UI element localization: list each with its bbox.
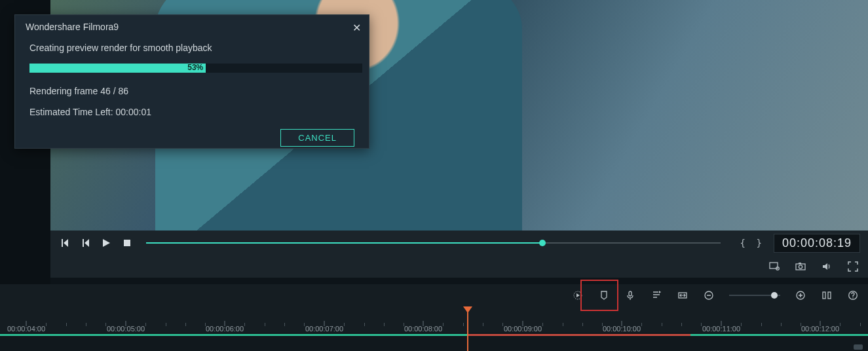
help-icon[interactable] (847, 289, 859, 301)
timeline-tracks[interactable] (0, 333, 868, 351)
eta-label: Estimated Time Left: 00:00:01 (29, 107, 354, 117)
zoom-slider-thumb[interactable] (771, 292, 778, 299)
close-icon[interactable]: ✕ (352, 22, 361, 34)
render-progress-label: 53% (187, 63, 203, 72)
svg-rect-0 (124, 240, 130, 246)
render-segment (0, 334, 468, 336)
play-button[interactable] (100, 237, 112, 249)
marker-braces[interactable]: { } (740, 238, 764, 248)
dialog-message: Creating preview render for smooth playb… (29, 43, 354, 53)
ruler-tick: 00:00:10:00 (603, 325, 641, 333)
playback-progress-fill (146, 242, 542, 244)
playback-bar: { } 00:00:08:19 (50, 231, 868, 255)
next-frame-button[interactable] (79, 237, 91, 249)
render-segment (468, 334, 690, 336)
ruler-tick: 00:00:04:00 (7, 325, 45, 333)
zoom-slider[interactable] (729, 295, 780, 296)
prev-frame-button[interactable] (58, 237, 70, 249)
marker-icon[interactable] (598, 289, 610, 301)
render-preview-button[interactable] (572, 289, 584, 301)
svg-point-4 (799, 265, 802, 268)
ruler-tick: 00:00:12:00 (801, 325, 839, 333)
timeline-ruler[interactable]: 00:00:04:0000:00:05:0000:00:06:0000:00:0… (0, 306, 868, 333)
render-progress-dialog: Wondershare Filmora9 ✕ Creating preview … (14, 14, 369, 149)
frame-status: Rendering frame 46 / 86 (29, 86, 354, 96)
ruler-tick: 00:00:09:00 (504, 325, 542, 333)
timecode-display: 00:00:08:19 (774, 234, 860, 253)
dialog-title: Wondershare Filmora9 (15, 15, 369, 37)
voiceover-icon[interactable] (624, 289, 636, 301)
preview-utility-bar (50, 255, 868, 278)
svg-point-14 (852, 297, 854, 299)
ripple-edit-icon[interactable] (677, 289, 689, 301)
audio-mixer-icon[interactable] (651, 289, 662, 301)
svg-rect-5 (799, 263, 801, 264)
ruler-tick: 00:00:08:00 (404, 325, 442, 333)
stop-button[interactable] (121, 237, 133, 249)
timeline-toolbar (0, 284, 868, 306)
zoom-out-icon[interactable] (703, 289, 715, 301)
playback-progress[interactable] (146, 242, 721, 244)
volume-icon[interactable] (821, 261, 833, 272)
zoom-in-icon[interactable] (795, 289, 806, 301)
cancel-button[interactable]: CANCEL (280, 129, 354, 147)
render-segment (690, 334, 868, 336)
display-settings-icon[interactable] (768, 261, 780, 272)
snapshot-icon[interactable] (795, 261, 806, 272)
render-progress-bar: 53% (29, 64, 362, 73)
svg-rect-11 (823, 292, 825, 299)
ruler-tick: 00:00:11:00 (702, 325, 740, 333)
fullscreen-icon[interactable] (847, 261, 859, 272)
zoom-to-fit-icon[interactable] (821, 289, 833, 301)
ruler-tick: 00:00:05:00 (107, 325, 145, 333)
playback-progress-thumb[interactable] (539, 240, 546, 246)
ruler-tick: 00:00:06:00 (206, 325, 244, 333)
svg-rect-12 (828, 292, 831, 299)
svg-rect-7 (629, 291, 632, 296)
ruler-tick: 00:00:07:00 (305, 325, 343, 333)
horizontal-scroll-thumb[interactable] (854, 344, 863, 350)
